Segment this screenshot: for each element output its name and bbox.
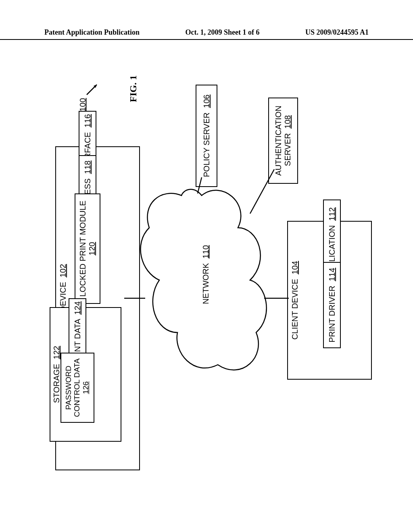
diagram-canvas: FIG. 1 100 PRINTING DEVICE 102 USER INTE…	[0, 0, 413, 532]
connections	[0, 0, 413, 532]
svg-line-1	[198, 177, 202, 193]
svg-line-2	[250, 169, 274, 214]
